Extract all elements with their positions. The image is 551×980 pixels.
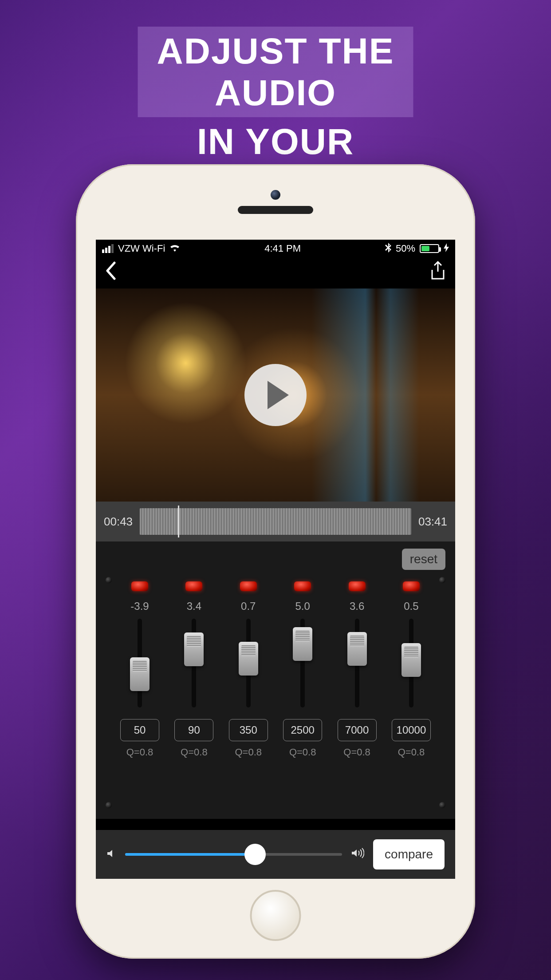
screen: VZW Wi-Fi 4:41 PM 50% — [96, 240, 455, 879]
speaker-slot — [238, 206, 313, 214]
charging-icon — [444, 243, 449, 254]
phone-top — [76, 164, 475, 240]
freq-value[interactable]: 90 — [174, 719, 213, 741]
gain-value: -3.9 — [130, 600, 149, 612]
freq-value[interactable]: 50 — [120, 719, 159, 741]
eq-slider[interactable] — [300, 619, 305, 707]
time-current: 00:43 — [104, 515, 133, 529]
screw-icon — [439, 802, 445, 808]
eq-slider[interactable] — [355, 619, 359, 707]
volume-high-icon — [351, 847, 364, 861]
q-value: Q=0.8 — [398, 747, 425, 758]
q-value: Q=0.8 — [235, 747, 262, 758]
eq-slider-knob[interactable] — [293, 627, 312, 661]
gain-value: 0.7 — [241, 600, 256, 612]
nav-bar — [96, 257, 455, 288]
battery-percent: 50% — [396, 243, 415, 254]
carrier-label: VZW Wi-Fi — [118, 243, 165, 254]
eq-band-5: 0.510000Q=0.8 — [387, 581, 436, 758]
eq-band-1: 3.490Q=0.8 — [169, 581, 218, 758]
reset-button[interactable]: reset — [402, 549, 445, 570]
waveform[interactable] — [140, 508, 411, 535]
gain-value: 3.6 — [350, 600, 364, 612]
wifi-icon — [169, 243, 180, 254]
eq-slider[interactable] — [246, 619, 251, 707]
eq-slider-knob[interactable] — [184, 632, 204, 666]
volume-low-icon — [106, 847, 116, 861]
camera-dot — [271, 190, 280, 200]
bluetooth-icon — [385, 243, 391, 255]
compare-button[interactable]: compare — [373, 839, 445, 869]
q-value: Q=0.8 — [181, 747, 208, 758]
led-icon — [349, 581, 366, 591]
eq-band-3: 5.02500Q=0.8 — [278, 581, 327, 758]
volume-thumb[interactable] — [244, 844, 266, 865]
screw-icon — [439, 577, 445, 583]
eq-slider-knob[interactable] — [239, 642, 258, 676]
eq-slider[interactable] — [138, 619, 142, 707]
eq-slider-knob[interactable] — [347, 632, 367, 666]
equalizer-panel: reset -3.950Q=0.83.490Q=0.80.7350Q=0.85.… — [96, 541, 455, 819]
led-icon — [294, 581, 311, 591]
led-icon — [185, 581, 202, 591]
q-value: Q=0.8 — [289, 747, 316, 758]
screw-icon — [106, 577, 112, 583]
freq-value[interactable]: 10000 — [392, 719, 431, 741]
gain-value: 0.5 — [404, 600, 418, 612]
screw-icon — [106, 802, 112, 808]
q-value: Q=0.8 — [343, 747, 370, 758]
video-preview[interactable] — [96, 288, 455, 502]
led-icon — [131, 581, 148, 591]
phone-frame: VZW Wi-Fi 4:41 PM 50% — [76, 164, 475, 959]
freq-value[interactable]: 7000 — [338, 719, 377, 741]
status-time: 4:41 PM — [264, 243, 301, 254]
home-button[interactable] — [250, 890, 301, 941]
eq-slider[interactable] — [409, 619, 413, 707]
eq-slider[interactable] — [192, 619, 196, 707]
freq-value[interactable]: 350 — [229, 719, 268, 741]
gain-value: 3.4 — [187, 600, 201, 612]
play-button[interactable] — [244, 364, 307, 426]
led-icon — [403, 581, 420, 591]
promo-line1: ADJUST THE AUDIO — [138, 27, 413, 117]
freq-value[interactable]: 2500 — [283, 719, 322, 741]
share-button[interactable] — [429, 261, 446, 285]
gain-value: 5.0 — [295, 600, 310, 612]
q-value: Q=0.8 — [126, 747, 153, 758]
back-button[interactable] — [105, 261, 117, 285]
timeline[interactable]: 00:43 03:41 — [96, 502, 455, 541]
status-bar: VZW Wi-Fi 4:41 PM 50% — [96, 240, 455, 257]
led-icon — [240, 581, 257, 591]
battery-icon — [420, 244, 439, 253]
signal-icon — [102, 244, 114, 253]
eq-band-2: 0.7350Q=0.8 — [224, 581, 273, 758]
eq-band-4: 3.67000Q=0.8 — [333, 581, 382, 758]
eq-slider-knob[interactable] — [401, 643, 421, 677]
volume-slider[interactable] — [125, 853, 342, 856]
time-total: 03:41 — [418, 515, 447, 529]
eq-slider-knob[interactable] — [130, 657, 150, 691]
eq-band-0: -3.950Q=0.8 — [115, 581, 164, 758]
bottom-bar: compare — [96, 830, 455, 879]
